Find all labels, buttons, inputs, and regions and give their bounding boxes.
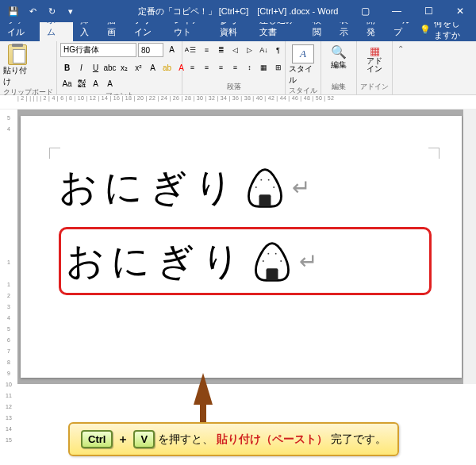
- paragraph-mark-icon: ↵: [292, 175, 317, 201]
- title-bar: 💾 ↶ ↻ ▾ 定番の「コピペ！」 [Ctrl+C] [Ctrl+V] .doc…: [0, 0, 476, 22]
- onigiri-icon: [243, 165, 287, 209]
- callout-text-1: を押すと、: [158, 432, 213, 447]
- editing-label: 編集: [331, 60, 347, 71]
- sort-button[interactable]: A↓: [257, 43, 271, 56]
- clear-format-button[interactable]: Aa: [60, 77, 74, 90]
- margin-corner-tr: [428, 148, 440, 159]
- minimize-icon[interactable]: —: [381, 0, 413, 22]
- phonetic-button[interactable]: ㍿: [75, 77, 88, 90]
- bullets-button[interactable]: ☰: [186, 43, 199, 56]
- borders-button[interactable]: ⊞: [271, 60, 285, 74]
- font-name-combo[interactable]: HG行書体: [60, 43, 136, 57]
- group-styles: A スタイル スタイル: [286, 41, 321, 94]
- quick-access-toolbar: 💾 ↶ ↻ ▾: [0, 2, 79, 20]
- window-controls: ▢ — ☐ ✕: [349, 0, 476, 22]
- paragraph-mark-icon: ↵: [299, 248, 324, 275]
- superscript-button[interactable]: x²: [132, 61, 145, 75]
- callout-text-3: 完了です。: [331, 432, 386, 447]
- document-line-2[interactable]: おにぎり ↵: [66, 236, 324, 286]
- ruler-h-marks: | 2 | | | | | 2 | 4 | 6 | 8 | 10 | 12 | …: [17, 95, 462, 110]
- clipboard-icon: [8, 44, 27, 65]
- page[interactable]: おにぎり ↵ おにぎり ↵: [21, 116, 462, 378]
- collapse-ribbon-icon[interactable]: ⌃: [393, 41, 409, 94]
- qat-dropdown-icon[interactable]: ▾: [62, 2, 79, 20]
- margin-corner-tl: [49, 148, 60, 159]
- group-clipboard: 貼り付け クリップボード: [0, 41, 57, 94]
- font-size-combo[interactable]: 80: [138, 43, 163, 57]
- paste-label: 貼り付け: [3, 65, 32, 87]
- styles-icon: A: [292, 44, 314, 63]
- decrease-indent-button[interactable]: ◁: [228, 43, 242, 56]
- increase-font-icon[interactable]: A: [165, 43, 178, 56]
- document-area: 5 4 1 1 2 3 4 5 6 7 8 9 10 11 12 13 14 1…: [0, 110, 476, 384]
- justify-button[interactable]: ≡: [228, 60, 242, 74]
- styles-label: スタイル: [289, 63, 317, 86]
- key-ctrl: Ctrl: [81, 430, 113, 448]
- instruction-callout: Ctrl ＋ V を押すと、 貼り付け（ペースト） 完了です。: [68, 422, 399, 456]
- ribbon-tabs: ファイル ホーム 挿入 描画 デザイン レイアウト 参考資料 差し込み文書 校閲…: [0, 22, 476, 41]
- editing-button[interactable]: 🔍 編集: [324, 43, 353, 71]
- align-center-button[interactable]: ≡: [200, 60, 213, 74]
- line-spacing-button[interactable]: ↕: [243, 60, 256, 74]
- addins-label: アド イン: [367, 57, 382, 73]
- horizontal-ruler[interactable]: | 2 | | | | | 2 | 4 | 6 | 8 | 10 | 12 | …: [0, 95, 476, 110]
- callout-arrow-stem: [200, 400, 206, 424]
- increase-indent-button[interactable]: ▷: [243, 43, 256, 56]
- svg-point-3: [260, 179, 262, 181]
- group-paragraph: ☰ ≡ ≣ ◁ ▷ A↓ ¶ ≡ ≡ ≡ ≡ ↕ ▦ ⊞ 段落: [182, 41, 286, 94]
- char-border-button[interactable]: A: [89, 77, 102, 90]
- close-icon[interactable]: ✕: [444, 0, 476, 22]
- svg-point-9: [275, 253, 277, 255]
- underline-button[interactable]: U: [89, 61, 102, 75]
- svg-point-4: [268, 179, 270, 181]
- svg-rect-5: [267, 268, 278, 280]
- svg-point-2: [273, 186, 274, 188]
- group-addins: ▦ アド イン アドイン: [357, 41, 393, 94]
- document-line-1[interactable]: おにぎり ↵: [59, 162, 432, 213]
- svg-rect-0: [259, 194, 271, 206]
- maximize-icon[interactable]: ☐: [413, 0, 444, 22]
- align-right-button[interactable]: ≡: [214, 60, 228, 74]
- lightbulb-icon: 💡: [420, 25, 431, 35]
- shading-button[interactable]: ▦: [257, 60, 271, 74]
- multilevel-button[interactable]: ≣: [214, 43, 228, 56]
- callout-text-paste: 貼り付け（ペースト）: [217, 432, 328, 447]
- key-v: V: [133, 430, 155, 448]
- addins-icon: ▦: [370, 44, 380, 57]
- find-icon: 🔍: [331, 44, 347, 60]
- italic-button[interactable]: I: [75, 61, 88, 75]
- bold-button[interactable]: B: [60, 61, 74, 75]
- redo-icon[interactable]: ↻: [43, 2, 60, 20]
- text-onigiri-1: おにぎり: [59, 162, 240, 213]
- paste-highlight-box: おにぎり ↵: [59, 227, 432, 295]
- save-icon[interactable]: 💾: [5, 2, 22, 20]
- onigiri-icon: [250, 239, 294, 283]
- vertical-scrollbar[interactable]: [463, 110, 476, 384]
- svg-point-8: [267, 253, 269, 255]
- strikethrough-button[interactable]: abc: [103, 61, 117, 75]
- group-editing: 🔍 編集 編集: [321, 41, 357, 94]
- editing-group-label: 編集: [324, 82, 353, 93]
- vertical-ruler[interactable]: 5 4 1 1 2 3 4 5 6 7 8 9 10 11 12 13 14 1…: [0, 110, 17, 384]
- show-marks-button[interactable]: ¶: [271, 43, 285, 56]
- text-onigiri-2: おにぎり: [66, 236, 247, 286]
- plus-symbol: ＋: [117, 432, 129, 447]
- char-shading-button[interactable]: A: [103, 77, 117, 90]
- ribbon-options-icon[interactable]: ▢: [349, 0, 381, 22]
- svg-point-1: [255, 186, 257, 188]
- addins-button[interactable]: ▦ アド イン: [360, 43, 389, 73]
- undo-icon[interactable]: ↶: [24, 2, 41, 20]
- numbering-button[interactable]: ≡: [200, 43, 213, 56]
- svg-point-6: [263, 260, 264, 262]
- paste-button[interactable]: 貼り付け: [3, 43, 32, 87]
- align-left-button[interactable]: ≡: [186, 60, 199, 74]
- text-effects-button[interactable]: A: [146, 61, 159, 75]
- ribbon: 貼り付け クリップボード HG行書体 80 A A B I U abc x₂ x…: [0, 41, 476, 95]
- addins-group-label: アドイン: [360, 82, 389, 93]
- group-font: HG行書体 80 A A B I U abc x₂ x² A ab A Aa ㍿…: [57, 41, 182, 94]
- subscript-button[interactable]: x₂: [117, 61, 131, 75]
- paragraph-group-label: 段落: [186, 82, 282, 93]
- svg-point-7: [280, 260, 282, 262]
- highlight-button[interactable]: ab: [160, 61, 174, 75]
- styles-button[interactable]: A スタイル: [289, 43, 317, 86]
